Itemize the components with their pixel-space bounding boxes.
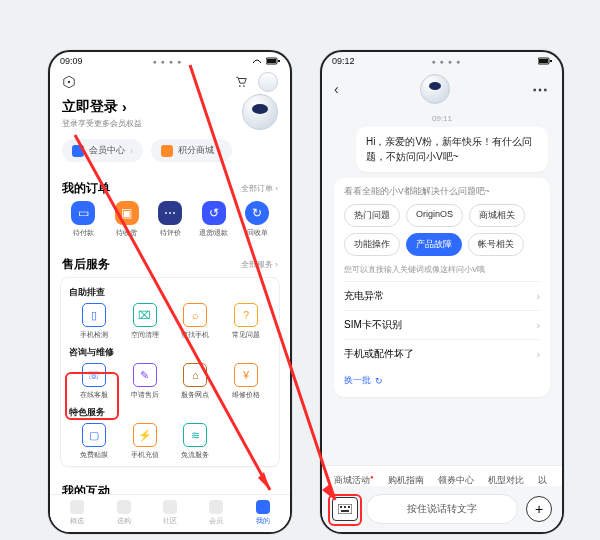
svg-rect-1 xyxy=(267,59,276,63)
svc-apply[interactable]: ✎申请售后 xyxy=(122,363,168,400)
signal-icon: ≋ xyxy=(183,423,207,447)
chevron-right-icon: › xyxy=(537,349,540,360)
section-title: 我的订单 xyxy=(62,180,110,197)
chip-row: 热门问题 OriginOS 商城相关 功能操作 产品故障 帐号相关 xyxy=(344,204,540,256)
pill-label: 积分商城 xyxy=(178,144,214,157)
qa-item[interactable]: 手机或配件坏了› xyxy=(344,339,540,368)
faq-header: 看看全能的小V都能解决什么问题吧~ xyxy=(344,186,540,198)
svc-recharge[interactable]: ⚡手机充值 xyxy=(122,423,168,460)
more-icon[interactable]: ⋯ xyxy=(532,80,550,99)
group-title: 咨询与维修 xyxy=(69,346,271,359)
chip-hot[interactable]: 热门问题 xyxy=(344,204,400,227)
chat-header: ‹ ⋯ xyxy=(322,68,562,110)
chip-account[interactable]: 帐号相关 xyxy=(468,233,524,256)
coin-icon xyxy=(161,145,173,157)
settings-hex-icon[interactable] xyxy=(62,75,76,89)
group-title: 自助排查 xyxy=(69,286,271,299)
plus-button[interactable]: + xyxy=(526,496,552,522)
chevron-right-icon: › xyxy=(122,99,127,115)
phone-left: 09:09 ● ● ● ● 立即登录 › 登录享受更多会员权益 会员中心 › 积… xyxy=(48,50,292,534)
faq-card: 看看全能的小V都能解决什么问题吧~ 热门问题 OriginOS 商城相关 功能操… xyxy=(334,178,550,397)
svg-rect-10 xyxy=(338,504,352,514)
status-indicators-icon: ● ● ● ● xyxy=(431,58,461,65)
pin-icon: ⌂ xyxy=(183,363,207,387)
pill-row: 会员中心 › 积分商城 › xyxy=(50,135,290,170)
shield-icon: ▢ xyxy=(82,423,106,447)
svg-rect-11 xyxy=(340,506,342,508)
back-button[interactable]: ‹ xyxy=(334,81,339,97)
order-item-pay[interactable]: ▭待付款 xyxy=(64,201,102,238)
order-item-receive[interactable]: ▣待收货 xyxy=(108,201,146,238)
svg-rect-13 xyxy=(348,506,350,508)
status-time: 09:09 xyxy=(60,56,83,66)
avatar-large[interactable] xyxy=(242,94,278,130)
tab-member[interactable]: 会员 xyxy=(209,500,223,526)
phone-right: 09:12 ● ● ● ● ‹ ⋯ 09:11 Hi，亲爱的V粉，新年快乐！有什… xyxy=(320,50,564,534)
wallet-icon: ▭ xyxy=(71,201,95,225)
chat-input-row: 按住说话转文字 + xyxy=(322,486,562,532)
faq-hint: 您可以直接输入关键词或像这样问小V哦 xyxy=(344,264,540,275)
cart-icon[interactable] xyxy=(234,75,248,89)
svc-faq[interactable]: ?常见问题 xyxy=(223,303,269,340)
points-mall-pill[interactable]: 积分商城 › xyxy=(151,139,232,162)
tab-shop[interactable]: 选购 xyxy=(117,500,131,526)
orders-more-link[interactable]: 全部订单 › xyxy=(241,183,278,194)
chip-fault[interactable]: 产品故障 xyxy=(406,233,462,256)
svc-price[interactable]: ¥维修价格 xyxy=(223,363,269,400)
svc-find[interactable]: ⌕查找手机 xyxy=(172,303,218,340)
bag-icon xyxy=(117,500,131,514)
bot-message: Hi，亲爱的V粉，新年快乐！有什么问题，不妨问问小V吧~ xyxy=(356,127,548,172)
chevron-right-icon: › xyxy=(537,320,540,331)
svc-phone-check[interactable]: ▯手机检测 xyxy=(71,303,117,340)
search-icon: ⌕ xyxy=(183,303,207,327)
svc-film[interactable]: ▢免费贴膜 xyxy=(71,423,117,460)
svc-data[interactable]: ≋免流服务 xyxy=(172,423,218,460)
chat-icon: ⋯ xyxy=(158,201,182,225)
status-time: 09:12 xyxy=(332,56,355,66)
qa-label: SIM卡不识别 xyxy=(344,318,402,332)
user-icon xyxy=(256,500,270,514)
member-center-pill[interactable]: 会员中心 › xyxy=(62,139,143,162)
pill-label: 会员中心 xyxy=(89,144,125,157)
tab-featured[interactable]: 精选 xyxy=(70,500,84,526)
box-icon: ▣ xyxy=(115,201,139,225)
order-item-review[interactable]: ⋯待评价 xyxy=(151,201,189,238)
form-icon: ✎ xyxy=(133,363,157,387)
status-indicators-icon: ● ● ● ● xyxy=(152,58,182,65)
keyboard-button[interactable] xyxy=(332,497,358,521)
order-item-refund[interactable]: ↺退货/退款 xyxy=(195,201,233,238)
tab-mine[interactable]: 我的 xyxy=(256,500,270,526)
orders-section: 我的订单 全部订单 › ▭待付款 ▣待收货 ⋯待评价 ↺退货/退款 ↻回收单 xyxy=(50,170,290,246)
status-bar: 09:12 ● ● ● ● xyxy=(322,52,562,68)
chevron-right-icon: › xyxy=(130,146,133,156)
svc-location[interactable]: ⌂服务网点 xyxy=(172,363,218,400)
chat-timestamp: 09:11 xyxy=(322,114,562,123)
tab-community[interactable]: 社区 xyxy=(163,500,177,526)
group-title: 特色服务 xyxy=(69,406,271,419)
qa-item[interactable]: SIM卡不识别› xyxy=(344,310,540,339)
svc-clean[interactable]: ⌧空间清理 xyxy=(122,303,168,340)
qa-item[interactable]: 充电异常› xyxy=(344,281,540,310)
svg-point-6 xyxy=(243,85,245,87)
svg-rect-9 xyxy=(550,60,552,62)
avatar-small[interactable] xyxy=(258,72,278,92)
order-item-recycle[interactable]: ↻回收单 xyxy=(238,201,276,238)
speech-input[interactable]: 按住说话转文字 xyxy=(366,494,518,524)
chip-originos[interactable]: OriginOS xyxy=(406,204,463,227)
status-right-icons xyxy=(252,57,280,65)
diamond-icon xyxy=(209,500,223,514)
heart-icon xyxy=(70,500,84,514)
chip-function[interactable]: 功能操作 xyxy=(344,233,400,256)
service-more-link[interactable]: 全部服务 › xyxy=(241,259,278,270)
refresh-label: 换一批 xyxy=(344,374,371,387)
battery-icon xyxy=(538,57,552,65)
svg-rect-14 xyxy=(341,510,349,512)
status-bar: 09:09 ● ● ● ● xyxy=(50,52,290,68)
chip-mall[interactable]: 商城相关 xyxy=(469,204,525,227)
chevron-right-icon: › xyxy=(537,291,540,302)
svg-point-5 xyxy=(239,85,241,87)
svg-rect-2 xyxy=(278,60,280,62)
svc-online-support[interactable]: ☏在线客服 xyxy=(71,363,117,400)
refresh-link[interactable]: 换一批 ↻ xyxy=(344,374,540,387)
login-area[interactable]: 立即登录 › 登录享受更多会员权益 xyxy=(50,96,290,135)
